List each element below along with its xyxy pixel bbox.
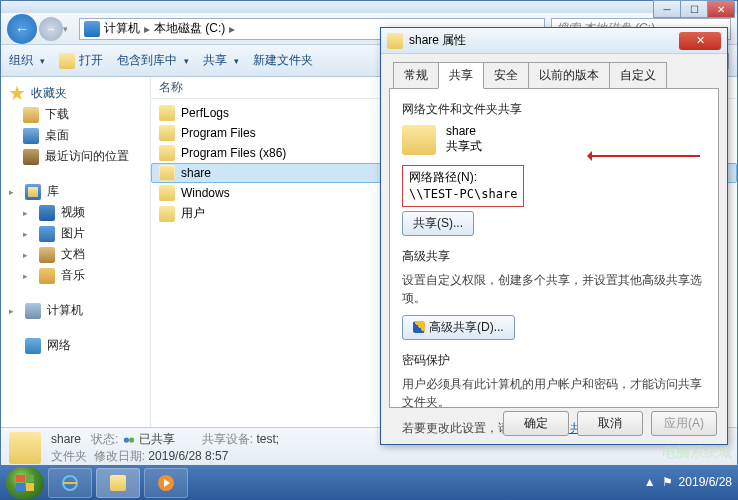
status-state-value: 已共享 [139,432,175,446]
apply-button[interactable]: 应用(A) [651,411,717,436]
section-password: 密码保护 [402,352,706,369]
tab-previous-versions[interactable]: 以前的版本 [528,62,610,88]
taskbar-ie[interactable] [48,468,92,498]
ie-icon [61,474,79,492]
properties-dialog: share 属性 ✕ 常规 共享 安全 以前的版本 自定义 网络文件和文件夹共享… [380,27,728,445]
taskbar-explorer[interactable] [96,468,140,498]
svg-point-0 [123,437,128,442]
folder-icon [110,475,126,491]
status-name: share [51,432,81,446]
nav-forward-button[interactable]: → [39,17,63,41]
breadcrumb-sep: ▸ [229,22,235,36]
network-path-box: 网络路径(N): \\TEST-PC\share [402,165,524,207]
sidebar-libraries[interactable]: ▸库 [1,181,150,202]
advanced-share-button[interactable]: 高级共享(D)... [402,315,515,340]
picture-icon [39,226,55,242]
breadcrumb-seg-drive[interactable]: 本地磁盘 (C:) [154,20,225,37]
tab-general[interactable]: 常规 [393,62,439,88]
open-button[interactable]: 打开 [59,52,103,69]
computer-icon [25,303,41,319]
share-mode: 共享式 [446,138,482,155]
library-icon [25,184,41,200]
tab-panel: 网络文件和文件夹共享 share 共享式 网络路径(N): \\TEST-PC\… [389,88,719,408]
status-sharedev-label: 共享设备: [202,432,253,446]
folder-icon [159,185,175,201]
share-name: share [446,124,482,138]
svg-point-1 [129,437,134,442]
cancel-button[interactable]: 取消 [577,411,643,436]
play-icon [157,474,175,492]
sidebar-network[interactable]: 网络 [1,335,150,356]
sidebar-item-recent[interactable]: 最近访问的位置 [1,146,150,167]
dialog-tabs: 常规 共享 安全 以前的版本 自定义 [381,54,727,88]
document-icon [39,247,55,263]
nav-sidebar: 收藏夹 下载 桌面 最近访问的位置 ▸库 ▸视频 ▸图片 ▸文档 ▸音乐 ▸计算… [1,77,151,427]
start-button[interactable] [6,467,44,499]
open-icon [59,53,75,69]
sidebar-favorites[interactable]: 收藏夹 [1,83,150,104]
close-button[interactable]: ✕ [707,0,735,18]
status-type: 文件夹 [51,449,87,463]
nav-back-button[interactable]: ← [7,14,37,44]
taskbar: ▲ ⚑ 2019/6/28 [0,465,738,500]
tray-flag-icon[interactable]: ⚑ [662,475,673,489]
system-tray: ▲ ⚑ 2019/6/28 [644,475,732,489]
folder-icon [159,206,175,222]
desktop-icon [23,128,39,144]
minimize-button[interactable]: ─ [653,0,681,18]
sidebar-item-documents[interactable]: ▸文档 [1,244,150,265]
password-desc-1: 用户必须具有此计算机的用户帐户和密码，才能访问共享文件夹。 [402,375,706,411]
status-sharedev-value: test; [256,432,279,446]
network-path-value: \\TEST-PC\share [409,186,517,203]
tab-security[interactable]: 安全 [483,62,529,88]
status-modified-value: 2019/6/28 8:57 [148,449,228,463]
sidebar-item-music[interactable]: ▸音乐 [1,265,150,286]
download-icon [23,107,39,123]
status-text: share 状态: 已共享 共享设备: test; 文件夹 修改日期: 2019… [51,431,279,465]
tab-sharing[interactable]: 共享 [438,62,484,89]
share-menu[interactable]: 共享 [203,52,239,69]
recent-icon [23,149,39,165]
dialog-buttons: 确定 取消 应用(A) [503,411,717,436]
dialog-close-button[interactable]: ✕ [679,32,721,50]
caret-icon: ▸ [9,187,19,197]
status-modified-label: 修改日期: [94,449,145,463]
folder-icon [387,33,403,49]
folder-icon [159,125,175,141]
dialog-title: share 属性 [409,32,466,49]
sidebar-item-videos[interactable]: ▸视频 [1,202,150,223]
breadcrumb-sep: ▸ [144,22,150,36]
annotation-arrow [590,155,700,157]
video-icon [39,205,55,221]
advanced-desc: 设置自定义权限，创建多个共享，并设置其他高级共享选项。 [402,271,706,307]
tray-overflow[interactable]: ▲ [644,475,656,489]
dialog-titlebar: share 属性 ✕ [381,28,727,54]
window-controls: ─ ☐ ✕ [654,0,735,18]
nav-history-dropdown[interactable]: ▾ [63,24,73,34]
status-state-label: 状态: [91,432,118,446]
sidebar-item-downloads[interactable]: 下载 [1,104,150,125]
shield-icon [413,321,425,333]
status-folder-icon [9,432,41,464]
sidebar-computer[interactable]: ▸计算机 [1,300,150,321]
taskbar-mediaplayer[interactable] [144,468,188,498]
section-advanced-sharing: 高级共享 [402,248,706,265]
section-network-sharing: 网络文件和文件夹共享 [402,101,706,118]
maximize-button[interactable]: ☐ [680,0,708,18]
sidebar-item-pictures[interactable]: ▸图片 [1,223,150,244]
folder-icon [159,105,175,121]
tab-custom[interactable]: 自定义 [609,62,667,88]
breadcrumb-seg-computer[interactable]: 计算机 [104,20,140,37]
ok-button[interactable]: 确定 [503,411,569,436]
network-path-label: 网络路径(N): [409,169,517,186]
new-folder-button[interactable]: 新建文件夹 [253,52,313,69]
music-icon [39,268,55,284]
tray-clock[interactable]: 2019/6/28 [679,475,732,489]
folder-icon [159,165,175,181]
share-button[interactable]: 共享(S)... [402,211,474,236]
sidebar-item-desktop[interactable]: 桌面 [1,125,150,146]
include-library-menu[interactable]: 包含到库中 [117,52,189,69]
titlebar: ─ ☐ ✕ [1,1,737,13]
organize-menu[interactable]: 组织 [9,52,45,69]
windows-icon [16,475,34,491]
